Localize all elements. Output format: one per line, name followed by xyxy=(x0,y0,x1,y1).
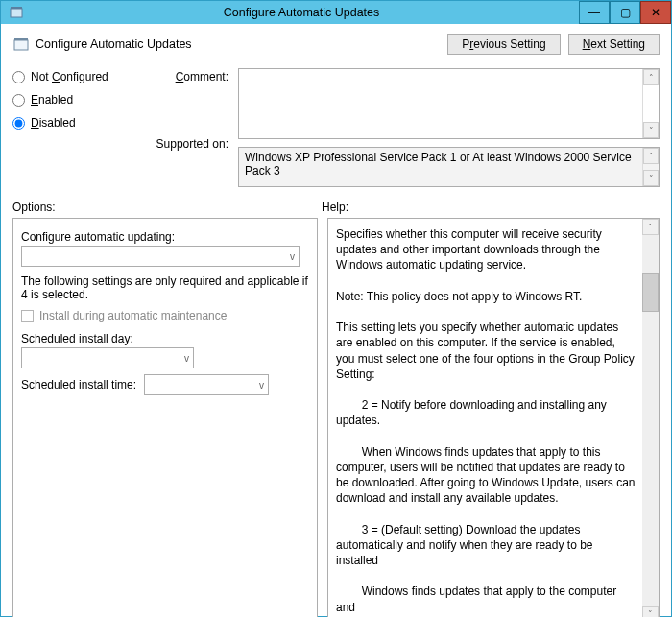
install-maintenance-checkbox[interactable]: Install during automatic maintenance xyxy=(21,309,309,322)
svg-rect-3 xyxy=(14,38,28,40)
window-title: Configure Automatic Updates xyxy=(24,6,579,19)
dialog-window: Configure Automatic Updates — ▢ ✕ Config… xyxy=(0,0,672,617)
scheduled-day-combo[interactable]: v xyxy=(21,347,194,368)
comment-textarea[interactable]: ˄ ˅ xyxy=(238,68,660,139)
close-button[interactable]: ✕ xyxy=(640,1,671,24)
svg-rect-1 xyxy=(11,7,22,9)
help-pane: Specifies whether this computer will rec… xyxy=(327,218,660,617)
close-icon: ✕ xyxy=(651,6,660,19)
chevron-up-icon: ˄ xyxy=(649,73,654,83)
policy-icon xyxy=(9,5,24,20)
scroll-up-button[interactable]: ˄ xyxy=(642,219,659,235)
radio-not-configured-input[interactable] xyxy=(12,71,25,83)
scheduled-time-row: Scheduled install time: v xyxy=(21,374,309,395)
pane-labels: Options: Help: xyxy=(12,201,660,214)
window-controls: — ▢ ✕ xyxy=(579,1,671,24)
next-setting-button[interactable]: Next Setting xyxy=(568,34,660,55)
radio-not-configured[interactable]: Not Configured xyxy=(12,70,142,83)
help-label: Help: xyxy=(322,201,348,214)
options-note: The following settings are only required… xyxy=(21,274,309,301)
chevron-down-icon: v xyxy=(259,380,264,391)
options-label: Options: xyxy=(12,201,322,214)
supported-on-box: Windows XP Professional Service Pack 1 o… xyxy=(238,147,660,187)
maximize-button[interactable]: ▢ xyxy=(610,1,640,24)
configure-updating-combo[interactable]: v xyxy=(21,246,300,267)
chevron-down-icon: v xyxy=(184,353,189,364)
supported-scrollbar[interactable]: ˄ ˅ xyxy=(642,148,659,186)
scroll-down-button[interactable]: ˅ xyxy=(643,122,659,138)
minimize-icon: — xyxy=(588,6,600,19)
scroll-down-button[interactable]: ˅ xyxy=(642,606,659,617)
panes: Configure automatic updating: v The foll… xyxy=(12,218,660,617)
supported-on-text: Windows XP Professional Service Pack 1 o… xyxy=(245,151,632,178)
scroll-down-button[interactable]: ˅ xyxy=(643,170,659,186)
field-values: ˄ ˅ Windows XP Professional Service Pack… xyxy=(238,68,660,187)
chevron-down-icon: v xyxy=(290,251,295,262)
titlebar[interactable]: Configure Automatic Updates — ▢ ✕ xyxy=(1,1,671,24)
supported-label: Supported on: xyxy=(152,137,228,151)
radio-enabled[interactable]: Enabled xyxy=(12,93,142,107)
help-scrollbar[interactable]: ˄ ˅ xyxy=(642,219,659,617)
chevron-down-icon: ˅ xyxy=(648,609,653,617)
previous-setting-button[interactable]: Previous Setting xyxy=(447,34,560,55)
help-text: Specifies whether this computer will rec… xyxy=(336,226,636,615)
configure-updating-label: Configure automatic updating: xyxy=(21,230,309,244)
chevron-down-icon: ˅ xyxy=(649,126,654,135)
comment-label: Comment: xyxy=(152,70,228,83)
scheduled-day-label: Scheduled install day: xyxy=(21,332,309,345)
content-area: Configure Automatic Updates Previous Set… xyxy=(1,24,671,617)
state-radios: Not Configured Enabled Disabled xyxy=(12,68,142,187)
options-pane: Configure automatic updating: v The foll… xyxy=(12,218,318,617)
scrollbar-thumb[interactable] xyxy=(642,273,659,312)
policy-item-icon xyxy=(12,36,30,53)
minimize-button[interactable]: — xyxy=(579,1,610,24)
maximize-icon: ▢ xyxy=(620,6,631,19)
svg-rect-0 xyxy=(11,9,22,17)
header-row: Configure Automatic Updates Previous Set… xyxy=(12,34,660,55)
nav-buttons: Previous Setting Next Setting xyxy=(447,34,660,55)
checkbox-box[interactable] xyxy=(21,310,34,322)
radio-disabled-input[interactable] xyxy=(12,117,25,130)
chevron-up-icon: ˄ xyxy=(648,223,653,232)
radio-disabled[interactable]: Disabled xyxy=(12,116,142,130)
svg-rect-2 xyxy=(14,40,28,50)
radio-enabled-input[interactable] xyxy=(12,94,25,107)
scheduled-time-label: Scheduled install time: xyxy=(21,378,136,392)
field-labels: Comment: Supported on: xyxy=(152,68,228,187)
state-row: Not Configured Enabled Disabled Comment:… xyxy=(12,68,660,187)
chevron-up-icon: ˄ xyxy=(649,152,654,161)
install-maintenance-label: Install during automatic maintenance xyxy=(39,309,227,322)
scheduled-time-combo[interactable]: v xyxy=(144,374,269,395)
scroll-up-button[interactable]: ˄ xyxy=(643,69,659,85)
comment-scrollbar[interactable]: ˄ ˅ xyxy=(642,69,659,138)
policy-title: Configure Automatic Updates xyxy=(36,37,447,51)
scroll-up-button[interactable]: ˄ xyxy=(643,148,659,164)
chevron-down-icon: ˅ xyxy=(649,174,654,183)
